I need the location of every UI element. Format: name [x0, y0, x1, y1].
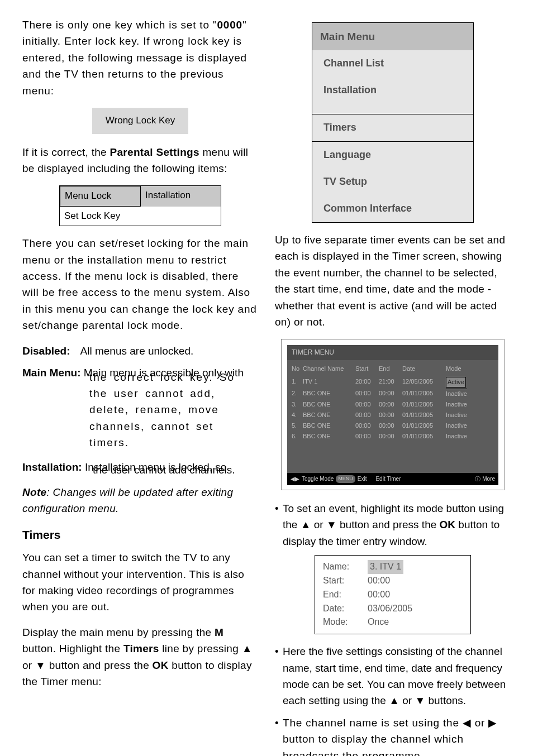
menu-item-language[interactable]: Language [312, 142, 473, 169]
menu-item-installation[interactable]: Installation [312, 77, 473, 104]
entry-date-value[interactable]: 03/06/2005 [368, 602, 412, 616]
left-column: There is only one key which is set to "0… [22, 17, 258, 756]
menu-item-tv-setup[interactable]: TV Setup [312, 169, 473, 195]
installation-def: Installation: Installation menu is locke… [22, 459, 258, 479]
bullet-five-settings: • Here the five settings consisting of t… [275, 643, 511, 709]
timer-row[interactable]: 1.ITV 120:0021:0012/05/2005Active [292, 376, 494, 388]
intro-para: There is only one key which is set to "0… [22, 17, 258, 99]
menu-item-timers[interactable]: Timers [312, 114, 474, 142]
parental-settings-table: Menu Lock Installation Set Lock Key [59, 185, 221, 226]
set-lock-key-cell: Set Lock Key [60, 207, 140, 226]
timer-desc-para: Up to five separate timer events can be … [275, 232, 511, 331]
menu-lock-cell: Menu Lock [60, 186, 141, 206]
menu-item-channel-list[interactable]: Channel List [312, 50, 473, 77]
timer-row[interactable]: 3.BBC ONE00:0000:0001/01/2005Inactive [292, 399, 494, 410]
timer-header-row: No Channel Name Start End Date Mode [292, 363, 494, 374]
entry-start-value[interactable]: 00:00 [368, 574, 390, 588]
timer-row[interactable]: 5.BBC ONE00:0000:0001/01/2005Inactive [292, 420, 494, 431]
entry-mode-value[interactable]: Once [368, 615, 389, 629]
installation-cell: Installation [141, 186, 221, 206]
main-menu-panel: Main Menu Channel List Installation Time… [312, 22, 474, 223]
timer-footer: ◀▶ Toggle Mode MENU Exit Edit Timer ⓘ Mo… [287, 473, 498, 485]
table-row: Set Lock Key [60, 207, 221, 226]
timer-menu-panel: TIMER MENU No Channel Name Start End Dat… [281, 339, 505, 490]
menu-pill-icon: MENU [336, 475, 355, 483]
timer-row[interactable]: 6.BBC ONE00:0000:0001/01/2005Inactive [292, 431, 494, 442]
table-row: Menu Lock Installation [60, 186, 221, 206]
parental-para: If it is correct, the Parental Settings … [22, 144, 258, 177]
timer-entry-panel: Name:3. ITV 1 Start:00:00 End:00:00 Date… [315, 555, 471, 634]
main-menu-def: Main Menu: Main menu is accessible only … [22, 365, 258, 451]
disabled-def: Disabled: All menus are unlocked. [22, 343, 258, 359]
timer-row[interactable]: 4.BBC ONE00:0000:0001/01/2005Inactive [292, 410, 494, 420]
timers-howto-para: Display the main menu by pressing the M … [22, 624, 258, 690]
right-column: Main Menu Channel List Installation Time… [275, 17, 511, 756]
main-menu-title: Main Menu [312, 23, 473, 50]
bullet-channel-name: • The channel name is set using the ◀ or… [275, 715, 511, 756]
timer-menu-title: TIMER MENU [287, 345, 498, 360]
menu-item-common-interface[interactable]: Common Interface [312, 195, 473, 222]
wrong-key-message: Wrong Lock Key [92, 108, 188, 133]
nav-icon: ◀▶ [291, 475, 299, 484]
timers-heading: Timers [22, 526, 258, 544]
bullet-set-event: • To set an event, highlight its mode bu… [275, 500, 511, 549]
lock-desc-para: There you can set/reset locking for the … [22, 235, 258, 334]
info-icon: ⓘ [475, 476, 480, 482]
timers-desc-para: You can set a timer to switch the TV to … [22, 549, 258, 615]
entry-end-value[interactable]: 00:00 [368, 588, 390, 602]
timer-row[interactable]: 2.BBC ONE00:0000:0001/01/2005Inactive [292, 388, 494, 399]
note-para: Note: Changes will be updated after exit… [22, 484, 258, 517]
entry-name-value[interactable]: 3. ITV 1 [368, 560, 403, 574]
